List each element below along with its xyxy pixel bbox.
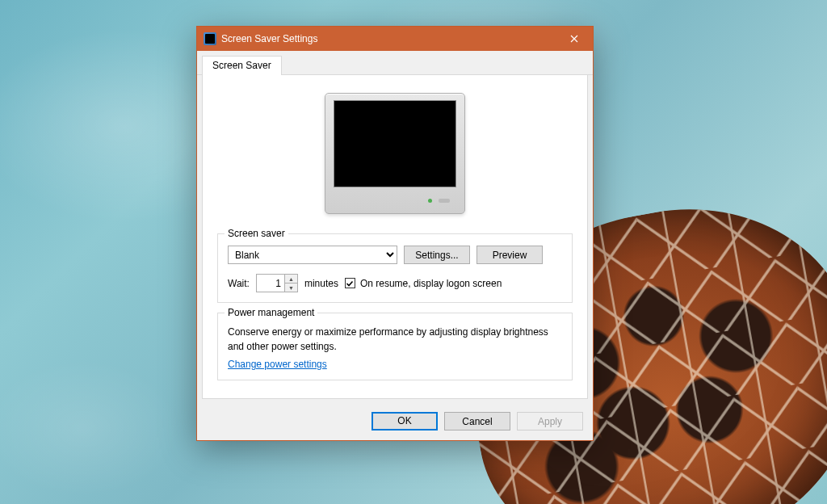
power-group: Power management Conserve energy or maxi… bbox=[217, 313, 573, 380]
preview-area bbox=[217, 88, 573, 233]
monitor-screen bbox=[334, 100, 456, 187]
checkbox-icon bbox=[345, 278, 355, 288]
wait-unit: minutes bbox=[304, 278, 338, 289]
monitor-led-icon bbox=[428, 199, 432, 203]
resume-checkbox[interactable]: On resume, display logon screen bbox=[345, 278, 502, 289]
power-description: Conserve energy or maximize performance … bbox=[228, 325, 562, 354]
tab-screen-saver[interactable]: Screen Saver bbox=[202, 56, 282, 75]
screen-saver-settings-dialog: Screen Saver Settings Screen Saver Scree… bbox=[196, 26, 594, 441]
close-icon bbox=[570, 35, 578, 43]
wait-label: Wait: bbox=[228, 278, 250, 289]
cancel-button[interactable]: Cancel bbox=[444, 412, 510, 430]
close-button[interactable] bbox=[556, 27, 593, 51]
dialog-footer: OK Cancel Apply bbox=[197, 404, 593, 440]
monitor-button-icon bbox=[439, 199, 450, 203]
monitor-preview bbox=[325, 93, 465, 214]
wait-input[interactable] bbox=[257, 275, 284, 292]
screensaver-legend: Screen saver bbox=[225, 228, 288, 239]
spin-up-icon[interactable]: ▲ bbox=[285, 275, 297, 284]
titlebar[interactable]: Screen Saver Settings bbox=[197, 27, 593, 51]
apply-button[interactable]: Apply bbox=[517, 412, 583, 430]
resume-label: On resume, display logon screen bbox=[360, 278, 502, 289]
settings-button[interactable]: Settings... bbox=[404, 246, 470, 264]
tab-label: Screen Saver bbox=[212, 60, 271, 71]
preview-button[interactable]: Preview bbox=[476, 246, 543, 264]
ok-button[interactable]: OK bbox=[372, 412, 438, 430]
tab-strip: Screen Saver bbox=[197, 51, 593, 75]
change-power-settings-link[interactable]: Change power settings bbox=[228, 359, 327, 370]
power-legend: Power management bbox=[225, 307, 317, 318]
window-title: Screen Saver Settings bbox=[221, 33, 556, 44]
screensaver-select[interactable]: Blank bbox=[228, 246, 397, 264]
spin-down-icon[interactable]: ▼ bbox=[285, 284, 297, 292]
tab-panel: Screen saver Blank Settings... Preview W… bbox=[202, 75, 588, 399]
wait-spinner[interactable]: ▲ ▼ bbox=[256, 274, 298, 292]
app-icon bbox=[204, 32, 216, 45]
screensaver-group: Screen saver Blank Settings... Preview W… bbox=[217, 233, 573, 303]
